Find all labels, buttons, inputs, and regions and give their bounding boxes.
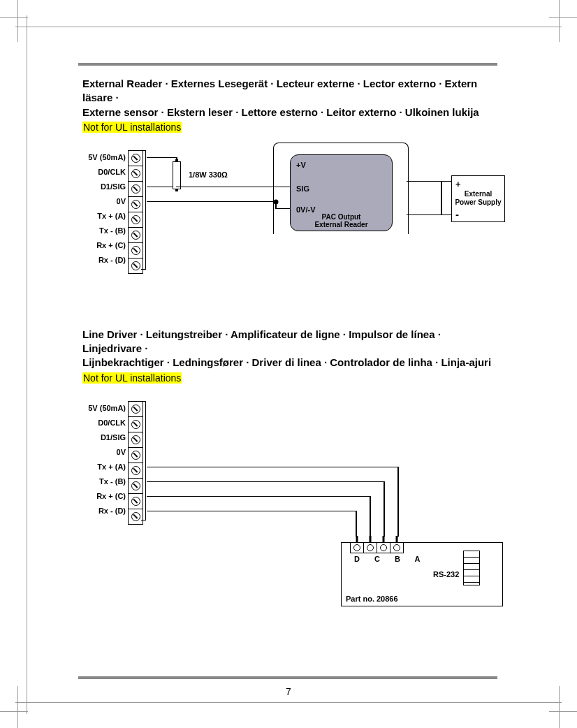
pac-pin-v: +V xyxy=(296,161,306,169)
term-label: Tx + (A) xyxy=(82,212,126,220)
term-label: 0V xyxy=(82,197,126,205)
pac-name: PAC Output External Reader xyxy=(291,213,392,229)
diagram-line-driver: 5V (50mA) D0/CLK D1/SIG 0V Tx + (A) Tx -… xyxy=(82,390,502,627)
wire xyxy=(441,181,452,182)
term-label: D1/SIG xyxy=(82,182,126,191)
psu-minus: - xyxy=(455,208,459,220)
line-driver-partno: Part no. 20866 xyxy=(346,595,398,603)
term-label: Tx - (B) xyxy=(82,226,126,235)
psu-label2: Power Supply xyxy=(455,198,501,206)
wire xyxy=(441,181,442,214)
section1-title-line2: Externe sensor · Ekstern leser · Lettore… xyxy=(82,106,479,118)
term-label: 5V (50mA) xyxy=(82,153,126,161)
rs232-port xyxy=(463,551,480,585)
term-label: D0/CLK xyxy=(82,168,126,176)
frame-line xyxy=(15,702,562,703)
term-label: D0/CLK xyxy=(82,418,126,427)
line-driver-pin-letters: D C B A xyxy=(354,555,427,563)
psu-label1: External xyxy=(465,190,492,198)
cropmark xyxy=(549,711,577,712)
wire xyxy=(147,187,173,188)
line-driver-pinstrip xyxy=(350,542,404,553)
cropmark xyxy=(559,0,560,42)
section1-highlight: Not for UL installations xyxy=(82,122,182,133)
diagram-external-reader: 5V (50mA) D0/CLK D1/SIG 0V Tx + (A) Tx -… xyxy=(82,139,502,300)
wire xyxy=(147,201,276,203)
wire xyxy=(397,467,399,537)
term-label: Rx - (D) xyxy=(82,507,126,515)
terminal-block-edge xyxy=(141,150,146,270)
wire xyxy=(407,214,441,216)
cropmark xyxy=(0,17,28,18)
section2-title: Line Driver · Leitungstreiber · Amplific… xyxy=(82,328,502,370)
section1-title: External Reader · Externes Lesegerät · L… xyxy=(82,77,502,119)
bottom-rule xyxy=(78,676,497,679)
term-label: Tx - (B) xyxy=(82,477,126,486)
page: External Reader · Externes Lesegerät · L… xyxy=(0,0,577,728)
terminal-block-edge xyxy=(141,401,146,520)
cropmark xyxy=(17,0,18,42)
wire xyxy=(147,511,356,512)
wire xyxy=(356,511,357,537)
section1-title-line1: External Reader · Externes Lesegerät · L… xyxy=(82,78,477,103)
term-label: Rx + (C) xyxy=(82,241,126,249)
wire xyxy=(407,181,441,182)
term-label: 5V (50mA) xyxy=(82,404,126,412)
wire xyxy=(147,157,177,159)
term-label: Tx + (A) xyxy=(82,463,126,471)
wire xyxy=(147,467,398,468)
pac-box: +V SIG 0V/-V PAC Output External Reader xyxy=(290,154,393,231)
pac-pin-sig: SIG xyxy=(296,184,309,193)
wire xyxy=(147,481,384,483)
external-psu: + - External Power Supply xyxy=(451,175,505,222)
section2-title-line1: Line Driver · Leitungstreiber · Amplific… xyxy=(82,328,441,354)
wire xyxy=(370,496,371,537)
rs232-label: RS-232 xyxy=(433,570,459,578)
content-column: External Reader · Externes Lesegerät · L… xyxy=(82,64,502,627)
term-label: Rx - (D) xyxy=(82,256,126,264)
term-label: Rx + (C) xyxy=(82,492,126,500)
wire xyxy=(384,481,385,537)
resistor-label: 1/8W 330Ω xyxy=(189,170,228,179)
frame-line xyxy=(27,15,27,714)
psu-plus: + xyxy=(455,179,461,189)
term-label: 0V xyxy=(82,448,126,456)
cropmark xyxy=(549,17,577,18)
wire xyxy=(147,496,370,497)
page-number: 7 xyxy=(0,686,577,697)
section2-title-line2: Lijnbekrachtiger · Ledningsfører · Drive… xyxy=(82,356,491,368)
resistor: 1/8W 330Ω xyxy=(173,161,181,189)
cropmark xyxy=(0,711,28,712)
term-label: D1/SIG xyxy=(82,433,126,442)
wire xyxy=(441,214,452,216)
section2-highlight: Not for UL installations xyxy=(82,372,182,384)
frame-line xyxy=(15,27,562,27)
